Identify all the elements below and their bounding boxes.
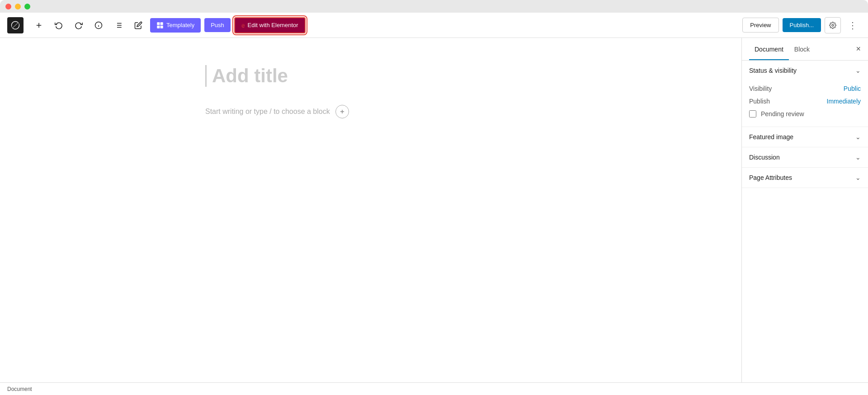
page-attributes-chevron: ⌄: [855, 174, 861, 181]
featured-image-section: Featured image ⌄: [742, 127, 868, 147]
svg-rect-12: [160, 22, 163, 25]
block-placeholder-text: Start writing or type / to choose a bloc…: [205, 108, 330, 116]
status-bar: Document: [0, 382, 868, 395]
status-visibility-chevron: ⌄: [855, 67, 861, 74]
tools-button[interactable]: [110, 17, 127, 33]
toolbar: Templately Push e Edit with Elementor Pr…: [0, 13, 868, 38]
redo-button[interactable]: [71, 17, 87, 33]
discussion-section: Discussion ⌄: [742, 147, 868, 168]
info-button[interactable]: [90, 17, 107, 33]
featured-image-chevron: ⌄: [855, 133, 861, 141]
edit-button[interactable]: [130, 17, 146, 33]
featured-image-header[interactable]: Featured image ⌄: [742, 127, 868, 147]
visibility-value[interactable]: Public: [844, 85, 861, 92]
svg-point-15: [832, 24, 834, 26]
page-attributes-section: Page Attributes ⌄: [742, 168, 868, 188]
discussion-header[interactable]: Discussion ⌄: [742, 147, 868, 167]
app-container: Templately Push e Edit with Elementor Pr…: [0, 0, 868, 395]
add-block-inline-button[interactable]: [335, 105, 349, 118]
svg-rect-14: [160, 25, 163, 28]
maximize-traffic-light[interactable]: [24, 4, 30, 9]
page-attributes-header[interactable]: Page Attributes ⌄: [742, 168, 868, 188]
content-area: Start writing or type / to choose a bloc…: [0, 38, 868, 382]
block-placeholder[interactable]: Start writing or type / to choose a bloc…: [205, 105, 536, 118]
visibility-label: Visibility: [749, 85, 772, 92]
minimize-traffic-light[interactable]: [15, 4, 21, 9]
publish-button[interactable]: Publish...: [783, 18, 821, 32]
sidebar: Document Block × Status & visibility ⌄ V…: [741, 38, 868, 382]
status-visibility-section: Status & visibility ⌄ Visibility Public …: [742, 61, 868, 127]
push-button[interactable]: Push: [204, 18, 231, 32]
publish-value[interactable]: Immediately: [827, 98, 861, 105]
toolbar-right: Preview Publish... ⋮: [742, 17, 861, 33]
settings-button[interactable]: [825, 17, 841, 33]
sidebar-tabs: Document Block ×: [742, 38, 868, 61]
wp-logo[interactable]: [7, 17, 24, 33]
editor-inner: Start writing or type / to choose a bloc…: [194, 65, 547, 118]
add-block-toolbar-button[interactable]: [31, 17, 47, 33]
visibility-row: Visibility Public: [749, 82, 861, 95]
editor-main[interactable]: Start writing or type / to choose a bloc…: [0, 38, 741, 382]
undo-button[interactable]: [51, 17, 67, 33]
status-bar-label: Document: [7, 386, 32, 392]
close-traffic-light[interactable]: [5, 4, 11, 9]
discussion-chevron: ⌄: [855, 154, 861, 161]
svg-rect-11: [157, 22, 160, 25]
preview-button[interactable]: Preview: [742, 18, 778, 33]
edit-elementor-button[interactable]: e Edit with Elementor: [234, 17, 306, 33]
publish-row: Publish Immediately: [749, 95, 861, 108]
pending-review-row: Pending review: [749, 108, 861, 120]
post-title-input[interactable]: [205, 65, 536, 87]
status-visibility-header[interactable]: Status & visibility ⌄: [742, 61, 868, 80]
tab-document[interactable]: Document: [749, 38, 789, 60]
svg-rect-13: [157, 25, 160, 28]
tab-block[interactable]: Block: [789, 38, 815, 60]
window-chrome: [0, 0, 868, 13]
pending-review-label: Pending review: [761, 110, 804, 118]
templately-button[interactable]: Templately: [150, 18, 201, 33]
pending-review-checkbox[interactable]: [749, 110, 756, 118]
publish-label: Publish: [749, 98, 770, 105]
more-options-button[interactable]: ⋮: [844, 17, 861, 33]
status-visibility-body: Visibility Public Publish Immediately Pe…: [742, 80, 868, 127]
sidebar-close-button[interactable]: ×: [856, 38, 861, 60]
elementor-icon: e: [241, 22, 245, 29]
